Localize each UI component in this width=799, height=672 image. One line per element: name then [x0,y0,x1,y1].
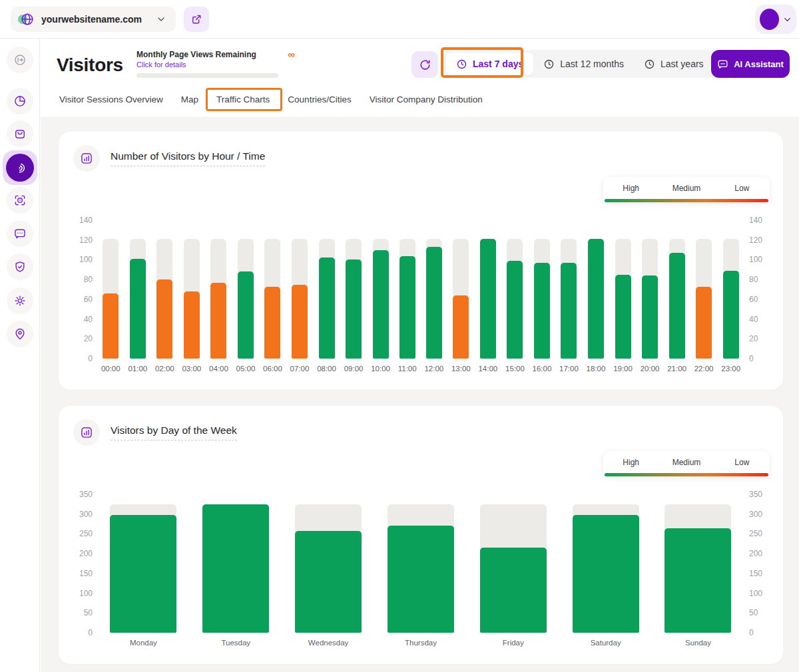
legend-medium: Medium [659,184,714,196]
x-axis-label: 09:00 [344,365,364,379]
sidebar-item-dashboard[interactable] [7,88,33,114]
y-axis-right: 350300250200150100500 [744,494,768,653]
bar-value [295,531,362,633]
bar-Thursday[interactable]: Thursday [388,494,454,653]
quota-details-link[interactable]: Click for details [136,61,295,69]
bar-Saturday[interactable]: Saturday [573,494,639,653]
ai-assistant-button[interactable]: AI Assistant [711,50,790,78]
sidebar-collapse-button[interactable] [7,47,33,73]
bar-Wednesday[interactable]: Wednesday [295,494,362,653]
bar-Sunday[interactable]: Sunday [665,494,731,653]
bar-18:00[interactable]: 18:00 [587,220,606,379]
x-axis-label: 05:00 [236,365,256,379]
bar-00:00[interactable]: 00:00 [101,220,121,379]
sidebar-item-traffic-active[interactable] [3,150,37,185]
external-link-icon [190,13,202,25]
bar-05:00[interactable]: 05:00 [236,220,256,379]
bar-21:00[interactable]: 21:00 [667,220,686,379]
bar-value [561,263,577,359]
bar-value [480,239,496,359]
open-website-button[interactable] [184,7,209,32]
filter-last-7-days[interactable]: Last 7 days [446,53,533,75]
bar-19:00[interactable]: 19:00 [613,220,633,379]
sidebar-item-security[interactable] [7,253,33,280]
bar-01:00[interactable]: 01:00 [128,220,147,379]
y-axis-tick: 150 [744,569,768,578]
bar-14:00[interactable]: 14:00 [478,220,497,379]
chat-bubble-icon [717,59,728,70]
x-axis-label: 06:00 [263,365,282,379]
bar-03:00[interactable]: 03:00 [182,220,201,379]
tab-map[interactable]: Map [181,94,198,110]
x-axis-label: Sunday [685,639,711,653]
bar-04:00[interactable]: 04:00 [209,220,228,379]
x-axis-label: 10:00 [371,365,390,379]
y-axis-tick: 350 [73,490,97,499]
y-axis-tick: 80 [73,275,97,284]
shield-check-icon [13,260,27,273]
y-axis-tick: 100 [73,255,97,264]
bar-value [156,279,172,359]
sidebar [0,39,40,672]
sidebar-item-location[interactable] [7,321,33,347]
bar-Monday[interactable]: Monday [110,494,176,653]
bar-06:00[interactable]: 06:00 [263,220,282,379]
bar-07:00[interactable]: 07:00 [290,220,310,379]
x-axis-label: 08:00 [317,365,336,379]
bar-02:00[interactable]: 02:00 [155,220,174,379]
y-axis-tick: 40 [744,315,768,324]
x-axis-label: 07:00 [290,365,310,379]
sidebar-item-recordings[interactable] [7,187,33,214]
y-axis-tick: 350 [744,490,768,499]
bar-Tuesday[interactable]: Tuesday [202,494,269,653]
bar-value [110,515,176,633]
y-axis-tick: 60 [73,295,97,304]
bar-16:00[interactable]: 16:00 [533,220,552,379]
sidebar-item-chat[interactable] [7,220,33,247]
card-visitors-by-hour: Number of Visitors by Hour / Time High M… [59,132,783,390]
bar-13:00[interactable]: 13:00 [451,220,471,379]
bar-value [184,291,200,359]
user-menu[interactable] [755,5,796,34]
location-pin-icon [13,327,27,341]
website-selector[interactable]: yourwebsitename.com [11,7,176,32]
clock-icon [644,59,655,70]
sidebar-item-store[interactable] [7,120,33,147]
legend-high: High [603,458,659,470]
bar-value [573,515,639,633]
bar-Friday[interactable]: Friday [480,494,547,653]
bar-value [388,526,454,633]
bar-12:00[interactable]: 12:00 [424,220,443,379]
focus-scan-icon [13,194,27,207]
bar-20:00[interactable]: 20:00 [641,220,660,379]
legend-gradient-bar [605,473,768,476]
x-axis-label: 04:00 [209,365,228,379]
sidebar-item-settings[interactable] [7,287,33,314]
filter-last-12-months[interactable]: Last 12 months [533,53,634,75]
legend-gradient-bar [605,199,768,202]
refresh-button[interactable] [411,51,438,78]
bar-08:00[interactable]: 08:00 [317,220,336,379]
x-axis-label: 16:00 [533,365,552,379]
bar-15:00[interactable]: 15:00 [505,220,525,379]
x-axis-label: Friday [503,639,524,653]
bar-09:00[interactable]: 09:00 [344,220,364,379]
y-axis-tick: 100 [73,589,97,598]
tab-visitor-sessions-overview[interactable]: Visitor Sessions Overview [59,94,163,110]
bar-value [373,250,389,359]
y-axis-tick: 200 [73,549,97,558]
bar-value [480,548,547,633]
bar-value [400,256,415,359]
tab-traffic-charts[interactable]: Traffic Charts [216,94,270,110]
bar-10:00[interactable]: 10:00 [371,220,390,379]
x-axis-label: 13:00 [451,365,471,379]
tab-visitor-company-distribution[interactable]: Visitor Company Distribution [370,94,483,110]
bar-22:00[interactable]: 22:00 [694,220,714,379]
bar-23:00[interactable]: 23:00 [721,220,740,379]
bar-value [238,271,254,359]
y-axis-tick: 20 [73,334,97,343]
tab-countries-cities[interactable]: Countries/Cities [288,94,351,110]
bar-11:00[interactable]: 11:00 [398,220,417,379]
bar-value [507,261,523,359]
bar-17:00[interactable]: 17:00 [559,220,579,379]
